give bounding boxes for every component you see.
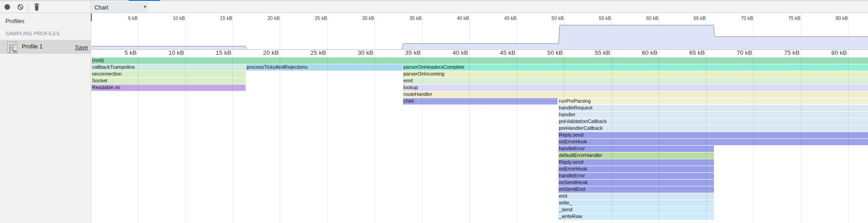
svg-text:%: % [13, 48, 17, 53]
